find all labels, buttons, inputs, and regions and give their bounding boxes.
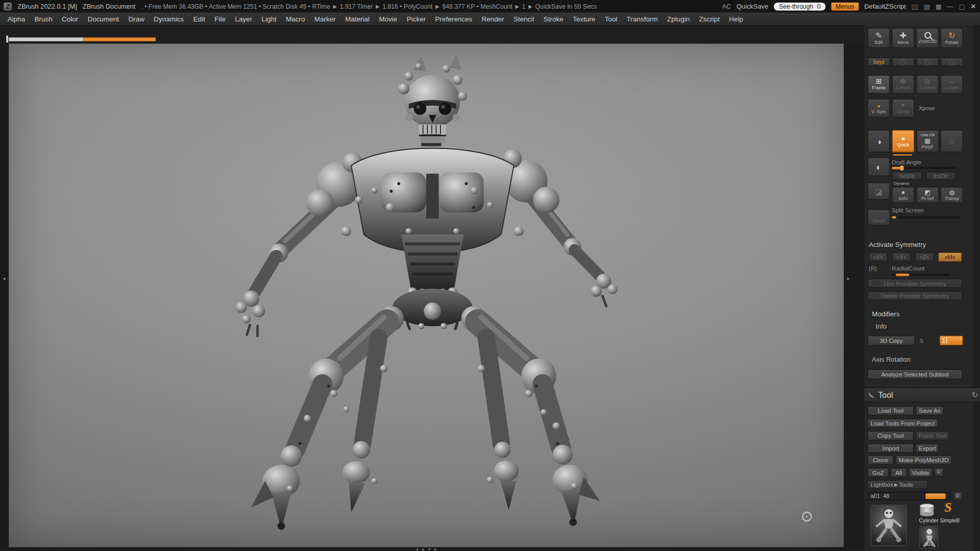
menu-zplugin[interactable]: Zplugin (667, 15, 690, 22)
goz-all-button[interactable]: All (891, 468, 907, 477)
sxyz-button[interactable]: Sxyz (868, 58, 890, 66)
use-posable-symmetry-button[interactable]: Use Posable Symmetry (868, 279, 963, 288)
menu-render[interactable]: Render (482, 15, 504, 22)
export-button[interactable]: Export (916, 443, 939, 453)
menu-document[interactable]: Document (88, 15, 119, 22)
menu-light[interactable]: Light (261, 15, 276, 22)
active-tool-thumbnail[interactable]: a01 (871, 505, 907, 546)
palette-reset-icon[interactable]: ↻ (972, 390, 978, 399)
preview-render-button[interactable]: ◑ (868, 130, 890, 153)
view-symmetry-button[interactable]: ◒ V. Sym (868, 98, 890, 117)
menu-stroke[interactable]: Stroke (544, 15, 564, 22)
solo-button[interactable]: ● Solo (892, 187, 914, 203)
menu-zscript[interactable]: Zscript (699, 15, 720, 22)
local-symmetry-button[interactable]: ⇔ L.Sym (941, 75, 963, 94)
menu-preferences[interactable]: Preferences (435, 15, 473, 22)
zscript-name[interactable]: DefaultZScript (864, 3, 905, 10)
document-canvas[interactable] (9, 44, 844, 547)
strip-light-segment[interactable] (9, 37, 83, 41)
menu-dynamics[interactable]: Dynamics (154, 15, 184, 22)
slider-r-button[interactable]: R (953, 492, 962, 500)
symmetry-m-button[interactable]: >M< (938, 253, 962, 262)
draft-angle-slider[interactable] (892, 167, 957, 169)
edit-button[interactable]: ✎ Edit (868, 28, 890, 48)
xpose-button[interactable]: ◓ Xpose (892, 98, 914, 117)
clone-button[interactable]: Clone (868, 456, 894, 465)
import-button[interactable]: Import (868, 443, 914, 453)
bottom-scroll-strip[interactable]: ◄ ▲ ▼ ► (9, 547, 844, 551)
scroll-up-icon[interactable]: ▲ (421, 547, 425, 551)
polyframe-button[interactable]: Line Fill ▦ PolyF (916, 130, 939, 153)
goz-button[interactable]: GoZ (868, 468, 889, 477)
rotate-button[interactable]: ↻ Rotate (941, 28, 963, 48)
zoom3d-button[interactable]: Zoom3D (916, 28, 939, 48)
paste-tool-button[interactable]: Paste Tool (916, 431, 949, 440)
strip-active-segment[interactable] (83, 37, 156, 41)
menu-material[interactable]: Material (345, 15, 370, 22)
copy-tool-button[interactable]: Copy Tool (868, 431, 914, 440)
menu-picker[interactable]: Picker (407, 15, 426, 22)
set-pivot-button[interactable]: ⊕ S.Pivot (892, 75, 914, 94)
sculptris-logo-icon[interactable]: S (944, 500, 951, 516)
load-tool-button[interactable]: Load Tool (868, 406, 914, 415)
menu-file[interactable]: File (214, 15, 226, 22)
right-tray-divider[interactable]: ► (844, 44, 864, 547)
gyro-toggle-3[interactable]: ◯ (941, 58, 963, 66)
left-tray-divider[interactable]: ◄ (0, 44, 9, 547)
move-button[interactable]: ✚ Move (892, 28, 914, 48)
scroll-left-icon[interactable]: ◄ (415, 547, 419, 551)
menus-button[interactable]: Menus (831, 2, 859, 10)
symmetry-z-button[interactable]: >Z< (915, 253, 934, 262)
menu-layer[interactable]: Layer (235, 15, 252, 22)
load-tools-from-project-button[interactable]: Load Tools From Project (868, 418, 938, 428)
tool-palette-header[interactable]: Tool ↻ (864, 387, 980, 402)
sculpt-model-render[interactable] (9, 44, 844, 547)
grid-icon[interactable]: ▦ (936, 3, 942, 10)
goz-r-button[interactable]: R (934, 468, 943, 477)
3d-copy-button[interactable]: 3D Copy (868, 336, 915, 346)
recent-tool-thumbnail[interactable]: a01 (919, 526, 938, 548)
flat-render-button[interactable]: ○ (941, 130, 963, 153)
active-tool-slider[interactable]: a01. 48 (868, 492, 951, 500)
symmetry-y-button[interactable]: >Y< (892, 253, 911, 262)
invdir-button[interactable]: InvDir (925, 172, 955, 180)
menu-brush[interactable]: Brush (35, 15, 53, 22)
left-divider-arrow-icon[interactable]: ◄ (2, 276, 6, 281)
scroll-down-icon[interactable]: ▼ (428, 547, 431, 551)
menu-help[interactable]: Help (729, 15, 743, 22)
menu-macro[interactable]: Macro (286, 15, 305, 22)
contrast-button[interactable]: ◐ (868, 158, 890, 177)
quick-render-button[interactable]: ● Quick (892, 130, 914, 153)
sliders-icon[interactable]: ▯▯ (912, 3, 918, 10)
save-as-button[interactable]: Save As (916, 406, 944, 415)
gyro-widget[interactable] (802, 512, 812, 522)
minimize-icon[interactable]: — (947, 3, 953, 10)
menu-color[interactable]: Color (62, 15, 78, 22)
transparency-button[interactable]: ◍ Transp (941, 187, 963, 203)
radial-count-slider[interactable] (892, 273, 949, 276)
setdir-button[interactable]: SetDir (892, 172, 922, 180)
quicksave-button[interactable]: QuickSave (737, 3, 768, 10)
symmetry-x-button[interactable]: >X< (869, 253, 888, 262)
ghost-button[interactable]: ◌ Ghost (868, 209, 890, 226)
make-polymesh3d-button[interactable]: Make PolyMesh3D (896, 456, 952, 465)
menu-texture[interactable]: Texture (573, 15, 595, 22)
gyro-toggle-1[interactable]: ◯ (892, 58, 914, 66)
menu-marker[interactable]: Marker (314, 15, 336, 22)
split-screen-slider[interactable] (892, 216, 961, 219)
menu-tool[interactable]: Tool (605, 15, 618, 22)
menu-stencil[interactable]: Stencil (513, 15, 534, 22)
analyze-subtool-button[interactable]: Analyze Selected Subtool (868, 369, 963, 380)
see-through-control[interactable]: See-through 0 (774, 2, 825, 10)
scroll-right-icon[interactable]: ► (434, 547, 437, 551)
frame-button[interactable]: ⊞ Frame (868, 75, 890, 94)
menu-draw[interactable]: Draw (128, 15, 144, 22)
menu-alpha[interactable]: Alpha (8, 15, 25, 22)
right-divider-arrow-icon[interactable]: ► (846, 276, 850, 281)
s-value-input[interactable]: 1 (939, 336, 963, 346)
close-icon[interactable]: ✕ (970, 2, 976, 10)
delete-posable-symmetry-button[interactable]: Delete Posable Symmetry (868, 291, 963, 300)
clear-pivot-button[interactable]: ◎ C.Pivot (916, 75, 939, 94)
cube-view-button[interactable]: ◪ (868, 183, 890, 200)
goz-visible-button[interactable]: Visible (909, 468, 932, 477)
